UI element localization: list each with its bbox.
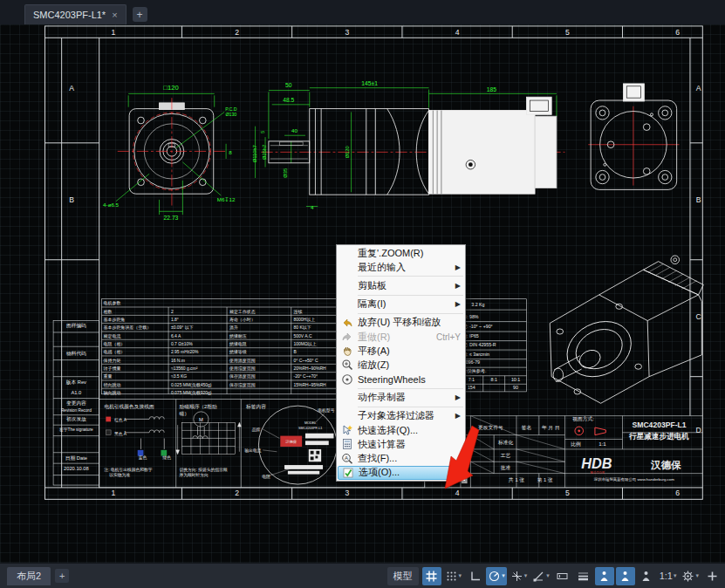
zone-number: 1 [112, 28, 116, 37]
status-customization-icon[interactable]: ▾ [680, 567, 701, 585]
zone-letter: D [695, 426, 701, 434]
menu-item-quick-calculator[interactable]: 快速计算器 [338, 437, 464, 451]
chevron-down-icon: ▾ [695, 572, 699, 579]
status-annotation-scale-list-icon[interactable] [637, 567, 656, 585]
drawing-text: 更改文件号 [478, 425, 503, 430]
drawing-text: 视图方式: [572, 416, 594, 422]
menu-item-undo-pan-zoom[interactable]: 放弃(U) 平移和缩放 [338, 316, 464, 330]
drawing-text: 3.2 Kg [471, 302, 484, 307]
menu-item-find[interactable]: A查找(F)... [338, 451, 464, 465]
motor-table-cell: ±0.09° 以下 [171, 325, 194, 330]
drawing-text: 汉德保 [650, 460, 681, 470]
motor-table-cell: 保存湿度范围 [229, 382, 256, 388]
menu-item-label: 平移(A) [358, 345, 461, 358]
new-tab-button[interactable]: + [133, 7, 147, 22]
file-tab-bar: SMC4203PF-L1* × + [0, 0, 725, 24]
layout-tab[interactable]: 布局2 [7, 567, 51, 585]
status-annotation-autoscale-icon[interactable] [616, 567, 635, 585]
menu-item-recent-input[interactable]: 最近的输入▶ [338, 260, 464, 274]
drawing-text: 年 月 日 [542, 425, 559, 431]
menu-separator [358, 313, 463, 314]
zone-number: 4 [455, 489, 460, 497]
drawing-text: 以实物为准 [109, 472, 130, 478]
motor-table-cell: 重量 [103, 373, 112, 379]
menu-item-action-recorder[interactable]: 动作录制器▶ [338, 391, 464, 405]
motor-table-cell: 2.95 mH±20% [171, 350, 199, 354]
zone-number: 2 [235, 28, 239, 37]
motor-table-cell: 电阻（相） [103, 341, 125, 346]
drawing-text: 10:1 [511, 377, 520, 382]
revision-block-cell: 图样编码 [66, 323, 86, 329]
menu-item-label: 重做(R) [358, 331, 433, 344]
motor-table-cell: 额定电流 [103, 333, 120, 339]
file-tab[interactable]: SMC4203PF-L1* × [24, 4, 127, 24]
zone-number: 5 [565, 28, 570, 37]
motor-table-cell: 轴向跳动 [103, 390, 120, 396]
status-ortho-icon[interactable] [465, 567, 484, 585]
menu-item-pan[interactable]: 平移(A) [338, 344, 464, 358]
menu-item-repeat-zoom[interactable]: 重复'.ZOOM(R) [338, 246, 464, 260]
menu-item-quick-select[interactable]: 快速选择(Q)... [338, 423, 464, 437]
status-bar: 布局2 + 模型 ▾▾▾▾1:1▾▾ [0, 563, 725, 588]
menu-item-subobject-filter[interactable]: 子对象选择过滤器▶ [338, 409, 464, 423]
chevron-down-icon: ▾ [459, 572, 462, 579]
revision-block-cell: Revision Record [61, 408, 92, 413]
model-space-button[interactable]: 模型 [387, 567, 419, 585]
menu-item-label: 最近的输入 [358, 261, 452, 274]
isometric-view [550, 256, 703, 403]
menu-item-zoom[interactable]: 缩放(Z) [338, 358, 464, 372]
motor-table-cell: 16 N.m [171, 359, 185, 363]
status-annotation-visibility-icon[interactable] [595, 567, 614, 585]
chevron-down-icon: ▾ [502, 572, 505, 579]
menu-item-options[interactable]: 选项(O)... [338, 466, 464, 480]
drawing-text: MODEL [304, 421, 317, 425]
blank-icon [339, 391, 354, 404]
menu-item-steering-wheels[interactable]: SteeringWheels [338, 373, 464, 386]
status-annotation-scale[interactable]: 1:1▾ [658, 567, 679, 585]
status-grid-icon[interactable] [422, 567, 441, 585]
drawing-text: 电阻 [262, 474, 270, 479]
drawing-text: 8:1 [491, 377, 497, 382]
drawing-text: 深圳市瑞智高新有限公司 www.handerburg.com [594, 477, 674, 482]
status-status-plus-icon[interactable] [702, 567, 722, 585]
redo-icon [339, 331, 354, 344]
motor-table-cell: 连续 [294, 309, 303, 315]
drawing-text: Ø120 [345, 146, 350, 158]
blank-icon [339, 261, 354, 274]
drawing-text: 4 [311, 204, 314, 210]
menu-item-isolate[interactable]: 隔离(I)▶ [338, 297, 464, 311]
blank-icon [339, 247, 354, 260]
status-osnap-tracking-icon[interactable]: ▾ [509, 567, 530, 585]
drawing-text: 注: 电机引出线颜色和数字 [103, 467, 152, 473]
status-lineweight-icon[interactable] [574, 567, 593, 585]
drawing-text: 共 1 张 [508, 477, 524, 483]
motor-table-cell: B [294, 350, 298, 354]
drawing-text: 磁） [179, 411, 189, 416]
drawing-text: 红色 A [114, 418, 127, 422]
drawing-text: 48.5 [283, 97, 294, 103]
drawing-text: 切换方向: 按箭头的指示顺 [180, 467, 228, 473]
add-layout-button[interactable]: + [55, 569, 69, 583]
drawing-text: 度: -10° ~ +90° [462, 324, 493, 330]
status-object-snap-icon[interactable]: ▾ [530, 567, 551, 585]
motor-table-cell: 2 [171, 310, 174, 314]
status-dynamic-input-icon[interactable] [553, 567, 572, 585]
status-snap-mode-icon[interactable]: ▾ [443, 567, 464, 585]
status-toggles: ▾▾▾▾1:1▾▾ [422, 567, 722, 585]
menu-item-redo[interactable]: 重做(R)Ctrl+Y [338, 330, 464, 344]
drawing-text: 电机引线颜色及接线图 [104, 404, 154, 410]
close-tab-icon[interactable]: × [112, 10, 117, 20]
drawing-text: 绿色 [161, 455, 171, 460]
drawing-text: 5 [260, 131, 265, 133]
drawing-text: M O T O R [591, 471, 605, 475]
menu-item-label: 子对象选择过滤器 [358, 409, 452, 422]
menu-item-clipboard[interactable]: 剪贴板▶ [338, 278, 464, 292]
drawing-text: 4-ø6.5 [103, 202, 119, 208]
menu-item-label: 缩放(Z) [358, 359, 461, 372]
drawing-text: 蓝色 [139, 455, 147, 460]
motor-table-cell: 径向跳动 [103, 382, 120, 388]
find-icon: A [339, 452, 354, 465]
motor-table-cell: 相数 [103, 309, 112, 314]
drawing-text: HDB [581, 455, 612, 471]
status-polar-tracking-icon[interactable]: ▾ [486, 567, 507, 585]
